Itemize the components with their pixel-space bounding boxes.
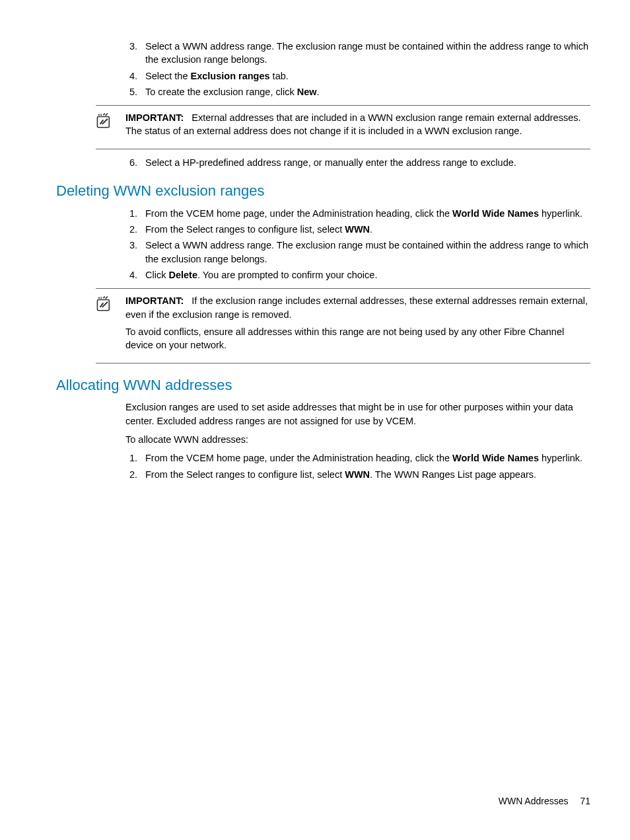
page-number: 71	[580, 796, 590, 806]
footer-title: WWN Addresses	[499, 796, 569, 806]
step-number: 2.	[125, 223, 145, 236]
step-text: From the Select ranges to configure list…	[145, 223, 590, 236]
heading-deleting-wwn-exclusion-ranges: Deleting WWN exclusion ranges	[56, 181, 590, 202]
note-label: IMPORTANT:	[125, 295, 184, 306]
step-text: From the Select ranges to configure list…	[145, 468, 590, 481]
step-text: Select the Exclusion ranges tab.	[145, 69, 590, 83]
step-text: From the VCEM home page, under the Admin…	[145, 451, 590, 465]
delete-step-1: 1. From the VCEM home page, under the Ad…	[125, 207, 590, 220]
step-5: 5. To create the exclusion range, click …	[125, 85, 590, 98]
delete-step-3: 3. Select a WWN address range. The exclu…	[125, 239, 590, 266]
bold-text: World Wide Names	[452, 208, 539, 219]
page-footer: WWN Addresses 71	[499, 795, 590, 808]
step-text: From the VCEM home page, under the Admin…	[145, 207, 590, 220]
step-number: 4.	[125, 69, 145, 83]
step-number: 1.	[125, 451, 145, 465]
delete-step-4: 4. Click Delete. You are prompted to con…	[125, 268, 590, 282]
important-note-2: IMPORTANT:If the exclusion range include…	[96, 288, 590, 363]
step-6-list: 6. Select a HP-predefined address range,…	[125, 156, 590, 169]
note-text-1: IMPORTANT:If the exclusion range include…	[125, 294, 590, 321]
alloc-step-1: 1. From the VCEM home page, under the Ad…	[125, 451, 590, 465]
step-number: 1.	[125, 207, 145, 220]
alloc-step-2: 2. From the Select ranges to configure l…	[125, 468, 590, 481]
important-icon	[96, 294, 125, 356]
svg-rect-1	[97, 300, 109, 311]
step-text: Select a HP-predefined address range, or…	[145, 156, 590, 169]
note-text: IMPORTANT:External addresses that are in…	[125, 111, 590, 138]
step-number: 3.	[125, 239, 145, 266]
alloc-steps: 1. From the VCEM home page, under the Ad…	[125, 451, 590, 481]
delete-step-2: 2. From the Select ranges to configure l…	[125, 223, 590, 236]
important-icon	[96, 111, 125, 142]
bold-text: World Wide Names	[452, 453, 539, 463]
alloc-lead-paragraph: To allocate WWN addresses:	[125, 433, 590, 446]
heading-allocating-wwn-addresses: Allocating WWN addresses	[56, 375, 590, 396]
top-steps: 3. Select a WWN address range. The exclu…	[125, 40, 590, 98]
step-text: Select a WWN address range. The exclusio…	[145, 40, 590, 67]
step-number: 4.	[125, 268, 145, 282]
step-number: 5.	[125, 85, 145, 98]
step-number: 3.	[125, 40, 145, 67]
svg-rect-0	[97, 117, 109, 128]
bold-text: WWN	[345, 224, 370, 235]
step-number: 2.	[125, 468, 145, 481]
delete-steps: 1. From the VCEM home page, under the Ad…	[125, 207, 590, 282]
bold-text: New	[297, 87, 317, 97]
step-6: 6. Select a HP-predefined address range,…	[125, 156, 590, 169]
bold-text: WWN	[345, 469, 370, 480]
bold-text: Exclusion ranges	[191, 71, 270, 81]
important-note-1: IMPORTANT:External addresses that are in…	[96, 105, 590, 149]
step-4: 4. Select the Exclusion ranges tab.	[125, 69, 590, 83]
step-3: 3. Select a WWN address range. The exclu…	[125, 40, 590, 67]
step-text: Select a WWN address range. The exclusio…	[145, 239, 590, 266]
bold-text: Delete	[168, 270, 197, 280]
step-number: 6.	[125, 156, 145, 169]
alloc-intro-paragraph: Exclusion ranges are used to set aside a…	[125, 401, 590, 428]
note-text-2: To avoid conflicts, ensure all addresses…	[125, 325, 590, 352]
step-text: To create the exclusion range, click New…	[145, 85, 590, 98]
note-label: IMPORTANT:	[125, 112, 184, 123]
step-text: Click Delete. You are prompted to confir…	[145, 268, 590, 282]
